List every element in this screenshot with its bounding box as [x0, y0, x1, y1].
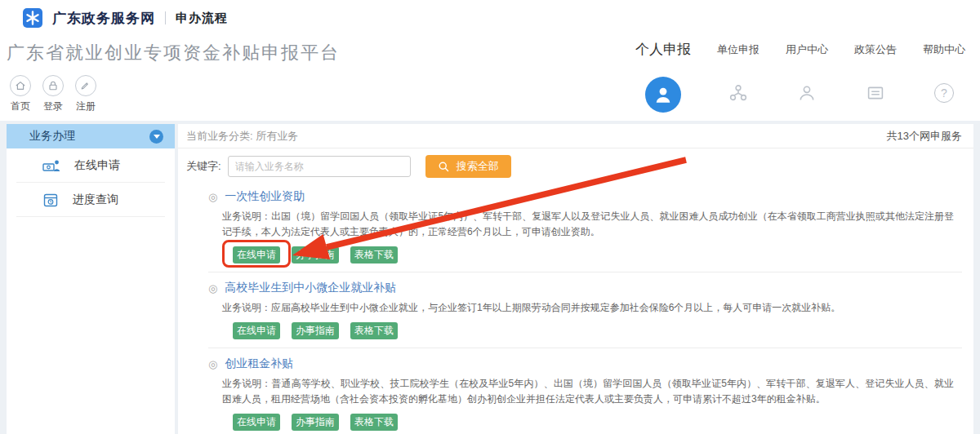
service-title-link[interactable]: 一次性创业资助	[225, 189, 305, 204]
organization-icon	[728, 83, 748, 103]
sidebar-header-business[interactable]: 业务办理	[7, 124, 175, 148]
guide-button[interactable]: 办事指南	[292, 322, 339, 339]
service-item: ◎ 创业租金补贴 业务说明：普通高等学校、职业学校、技工院校学生（在校及毕业5年…	[208, 348, 962, 434]
site-name[interactable]: 广东政务服务网	[52, 9, 155, 28]
service-item: ◎ 高校毕业生到中小微企业就业补贴 业务说明：应届高校毕业生到中小微企业就业，与…	[208, 272, 962, 348]
quick-link-login[interactable]: 登录	[42, 75, 64, 113]
content-area: 业务办理 在线申请 进度查询	[0, 121, 980, 434]
site-logo-icon	[23, 8, 42, 28]
form-download-button[interactable]: 表格下载	[350, 414, 398, 431]
online-apply-button[interactable]: 在线申请	[233, 322, 280, 339]
page: 广东政务服务网 申办流程 广东省就业创业专项资金补贴申报平台 个人申报 单位申报	[0, 0, 980, 434]
sidebar: 业务办理 在线申请 进度查询	[7, 124, 175, 434]
guide-button[interactable]: 办事指南	[292, 414, 339, 431]
tab-unit-declare[interactable]: 单位申报	[717, 36, 760, 113]
search-row: 关键字: 搜索全部	[178, 148, 973, 183]
service-title-link[interactable]: 高校毕业生到中小微企业就业补贴	[225, 281, 396, 295]
search-icon	[438, 161, 450, 173]
quick-links: 首页 登录 注册	[10, 75, 108, 113]
service-title-link[interactable]: 创业租金补贴	[225, 356, 293, 371]
search-all-button[interactable]: 搜索全部	[425, 155, 511, 178]
tab-policy-announcements[interactable]: 政策公告	[854, 36, 897, 113]
tab-help-center[interactable]: 帮助中心 ?	[923, 36, 965, 113]
register-pen-icon	[79, 79, 92, 92]
bullet-icon: ◎	[208, 283, 217, 294]
progress-query-icon	[42, 192, 59, 208]
service-description: 业务说明：出国（境）留学回国人员（领取毕业证5年内）、军转干部、复退军人以及登记…	[222, 209, 954, 240]
collapse-toggle[interactable]	[149, 130, 163, 144]
online-apply-icon	[42, 158, 60, 173]
search-input[interactable]	[228, 156, 411, 177]
form-download-button[interactable]: 表格下载	[350, 322, 398, 339]
main-panel: 当前业务分类: 所有业务 共13个网申服务 关键字: 搜索全部 ◎	[178, 124, 973, 434]
page-title: 广东省就业创业专项资金补贴申报平台	[7, 41, 340, 65]
bullet-icon: ◎	[208, 359, 217, 370]
home-icon	[14, 79, 27, 92]
keyword-label: 关键字:	[186, 159, 221, 174]
chevron-down-icon	[154, 135, 160, 139]
announcement-icon	[866, 83, 885, 103]
quick-link-register[interactable]: 注册	[75, 75, 96, 113]
help-icon: ?	[934, 83, 954, 103]
quick-link-home[interactable]: 首页	[10, 75, 31, 113]
lock-icon	[47, 79, 60, 92]
sidebar-item-online-apply[interactable]: 在线申请	[16, 148, 165, 183]
sidebar-item-progress-query[interactable]: 进度查询	[16, 183, 165, 217]
category-bar: 当前业务分类: 所有业务 共13个网申服务	[178, 124, 973, 148]
person-avatar-icon	[645, 77, 681, 113]
user-outline-icon	[797, 83, 817, 103]
current-category-label: 当前业务分类: 所有业务	[186, 129, 298, 144]
service-description: 业务说明：普通高等学校、职业学校、技工院校学生（在校及毕业5年内）、出国（境）留…	[222, 376, 954, 407]
tab-personal-declare[interactable]: 个人申报	[635, 36, 691, 114]
service-count-label: 共13个网申服务	[887, 129, 962, 144]
online-apply-button[interactable]: 在线申请	[233, 414, 280, 431]
topbar: 广东政务服务网 申办流程	[23, 8, 228, 28]
service-description: 业务说明：应届高校毕业生到中小微企业就业，与企业签订1年以上期限劳动合同并按规定…	[222, 300, 954, 316]
online-apply-button[interactable]: 在线申请	[233, 246, 280, 264]
topbar-divider	[165, 11, 166, 24]
service-item: ◎ 一次性创业资助 业务说明：出国（境）留学回国人员（领取毕业证5年内）、军转干…	[208, 183, 962, 272]
tab-user-center[interactable]: 用户中心	[786, 36, 828, 113]
form-download-button[interactable]: 表格下载	[350, 246, 398, 264]
guide-button[interactable]: 办事指南	[292, 246, 339, 264]
top-nav: 个人申报 单位申报 用户	[609, 36, 965, 114]
bullet-icon: ◎	[208, 192, 217, 202]
flow-link[interactable]: 申办流程	[176, 11, 228, 26]
